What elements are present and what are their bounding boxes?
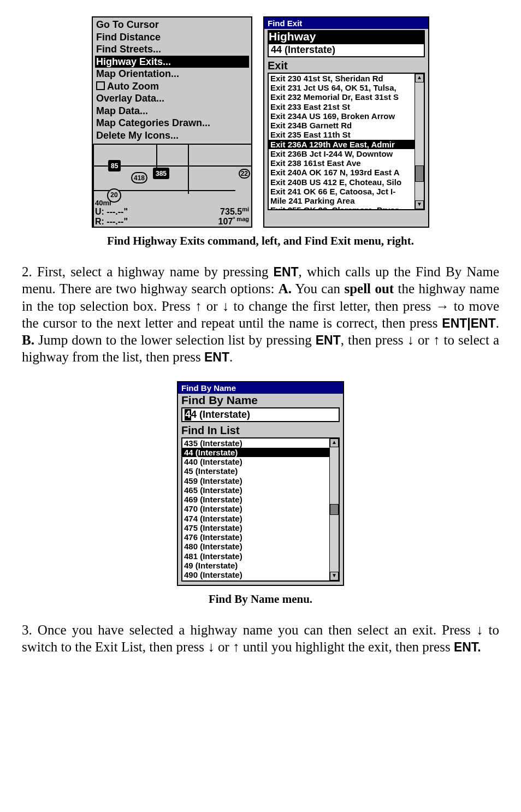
list-row[interactable]: 475 (Interstate): [182, 523, 330, 532]
list-row[interactable]: 435 (Interstate): [182, 438, 330, 448]
exit-scrollbar[interactable]: ▲ ▼: [415, 74, 424, 209]
list-row[interactable]: 481 (Interstate): [182, 552, 330, 561]
shield-385: 385: [153, 168, 169, 179]
exit-row[interactable]: Exit 241 OK 66 E, Catoosa, Jct I-: [269, 187, 415, 196]
menu-item[interactable]: Find Streets...: [96, 43, 248, 56]
exit-row[interactable]: Exit 234A US 169, Broken Arrow: [269, 111, 415, 121]
shield-85: 85: [108, 160, 121, 171]
menu-item[interactable]: Auto Zoom: [96, 80, 248, 93]
exit-row[interactable]: Exit 236A 129th Ave East, Admir: [269, 140, 415, 149]
menu-item-label: Go To Cursor: [96, 19, 159, 30]
list-row[interactable]: 44 (Interstate): [182, 448, 330, 457]
map-menu: Go To CursorFind DistanceFind Streets...…: [93, 17, 251, 144]
map-panel: 85 385 418 20 22 40mi U: ---.--" R: ---.…: [93, 144, 251, 227]
menu-item-label: Find Distance: [96, 32, 161, 43]
map-r: R: ---.--": [95, 217, 128, 227]
menu-item[interactable]: Overlay Data...: [96, 92, 248, 105]
list-row[interactable]: 476 (Interstate): [182, 532, 330, 542]
exit-row[interactable]: Mile 241 Parking Area: [269, 196, 415, 205]
highway-label[interactable]: Highway: [268, 30, 425, 43]
caption-2: Find By Name menu.: [22, 592, 499, 606]
exit-row[interactable]: Exit 255 OK 20, Claremore, Pryor: [269, 205, 415, 210]
menu-item[interactable]: Map Categories Drawn...: [96, 117, 248, 129]
list-row[interactable]: 465 (Interstate): [182, 485, 330, 495]
input-cursor: 4: [185, 409, 191, 420]
map-scale: 40mi: [95, 199, 111, 207]
exit-row[interactable]: Exit 232 Memorial Dr, East 31st S: [269, 92, 415, 102]
menu-item[interactable]: Go To Cursor: [96, 19, 248, 31]
caption-1: Find Highway Exits command, left, and Fi…: [22, 234, 499, 248]
map-u: U: ---.--": [95, 207, 128, 217]
paragraph-2: 2. First, select a highway name by press…: [22, 263, 499, 366]
menu-item[interactable]: Map Orientation...: [96, 68, 248, 80]
find-by-name-heading: Find By Name: [178, 394, 343, 407]
list-row[interactable]: 469 (Interstate): [182, 495, 330, 504]
exit-listbox[interactable]: Exit 230 41st St, Sheridan RdExit 231 Jc…: [268, 73, 425, 210]
list-row[interactable]: 470 (Interstate): [182, 504, 330, 513]
list-row[interactable]: 490 (Interstate): [182, 570, 330, 579]
menu-item[interactable]: Map Data...: [96, 105, 248, 117]
list-row[interactable]: 480 (Interstate): [182, 542, 330, 551]
list-row[interactable]: 49 (Interstate): [182, 561, 330, 570]
menu-item-label: Highway Exits...: [96, 56, 171, 67]
list-row[interactable]: 459 (Interstate): [182, 476, 330, 485]
exit-row[interactable]: Exit 235 East 11th St: [269, 130, 415, 139]
shield-22: 22: [239, 169, 250, 179]
find-in-list-box[interactable]: 435 (Interstate)44 (Interstate)440 (Inte…: [181, 437, 340, 582]
find-exit-screen: Find Exit Highway 44 (Interstate) Exit E…: [263, 16, 429, 228]
menu-item-label: Overlay Data...: [96, 93, 164, 104]
menu-item[interactable]: Highway Exits...: [95, 56, 249, 68]
menu-item-label: Map Data...: [96, 105, 148, 116]
list-row[interactable]: 440 (Interstate): [182, 457, 330, 466]
exit-label: Exit: [264, 60, 428, 73]
checkbox-icon[interactable]: [96, 81, 105, 90]
menu-item-label: Find Streets...: [96, 44, 161, 55]
list-row[interactable]: 45 (Interstate): [182, 466, 330, 476]
scroll-up-icon[interactable]: ▲: [330, 438, 339, 447]
menu-item-label: Auto Zoom: [107, 81, 159, 92]
find-by-name-titlebar: Find By Name: [178, 382, 343, 394]
find-exit-titlebar: Find Exit: [264, 17, 428, 29]
exit-row[interactable]: Exit 236B Jct I-244 W, Downtow: [269, 149, 415, 158]
scroll-thumb[interactable]: [330, 504, 339, 515]
find-in-list-label: Find In List: [178, 424, 343, 437]
exit-row[interactable]: Exit 230 41st St, Sheridan Rd: [269, 74, 415, 83]
shield-418: 418: [131, 172, 147, 183]
highway-selection[interactable]: 44 (Interstate): [268, 43, 425, 57]
scroll-up-icon[interactable]: ▲: [415, 74, 424, 82]
menu-item[interactable]: Delete My Icons...: [96, 129, 248, 142]
find-by-name-input[interactable]: 44 (Interstate): [181, 407, 340, 422]
menu-item-label: Map Categories Drawn...: [96, 117, 210, 128]
exit-row[interactable]: Exit 231 Jct US 64, OK 51, Tulsa,: [269, 83, 415, 92]
find-by-name-screen: Find By Name Find By Name 44 (Interstate…: [177, 381, 344, 586]
left-screen: Go To CursorFind DistanceFind Streets...…: [92, 16, 252, 228]
menu-item-label: Delete My Icons...: [96, 130, 179, 141]
exit-row[interactable]: Exit 234B Garnett Rd: [269, 121, 415, 130]
scroll-down-icon[interactable]: ▼: [415, 200, 424, 209]
map-bearing: 107º mag: [218, 216, 249, 227]
fbn-scrollbar[interactable]: ▲ ▼: [329, 438, 339, 580]
paragraph-3: 3. Once you have selected a highway name…: [22, 621, 499, 656]
scroll-down-icon[interactable]: ▼: [330, 572, 339, 580]
exit-row[interactable]: Exit 240A OK 167 N, 193rd East A: [269, 168, 415, 177]
scroll-thumb[interactable]: [415, 165, 424, 182]
exit-row[interactable]: Exit 233 East 21st St: [269, 102, 415, 111]
exit-row[interactable]: Exit 238 161st East Ave: [269, 158, 415, 168]
menu-item-label: Map Orientation...: [96, 68, 179, 79]
exit-row[interactable]: Exit 240B US 412 E, Choteau, Silo: [269, 177, 415, 187]
menu-item[interactable]: Find Distance: [96, 31, 248, 44]
list-row[interactable]: 474 (Interstate): [182, 514, 330, 523]
